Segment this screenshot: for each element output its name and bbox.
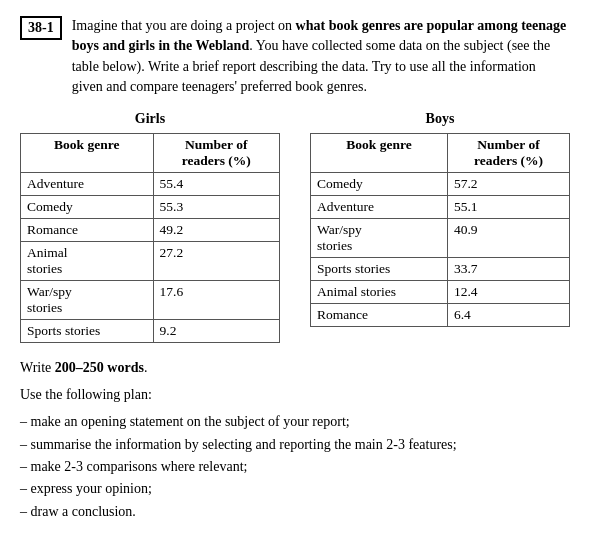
girls-genre-4: Animalstories xyxy=(21,242,154,281)
girls-table-group: Girls Book genre Number ofreaders (%) Ad… xyxy=(20,111,280,343)
girls-genre-5: War/spystories xyxy=(21,281,154,320)
girls-table-header-row: Book genre Number ofreaders (%) xyxy=(21,134,280,173)
girls-pct-2: 55.3 xyxy=(153,196,279,219)
plan-intro: Use the following plan: xyxy=(20,384,570,405)
plan-item-2: – summarise the information by selecting… xyxy=(20,434,570,456)
boys-table-group: Boys Book genre Number ofreaders (%) Com… xyxy=(310,111,570,343)
boys-pct-5: 12.4 xyxy=(447,281,569,304)
table-row: Comedy 57.2 xyxy=(311,173,570,196)
boys-genre-1: Comedy xyxy=(311,173,448,196)
boys-pct-2: 55.1 xyxy=(447,196,569,219)
boys-col1-header: Book genre xyxy=(311,134,448,173)
table-row: Romance 49.2 xyxy=(21,219,280,242)
boys-pct-6: 6.4 xyxy=(447,304,569,327)
girls-genre-6: Sports stories xyxy=(21,320,154,343)
plan-list: – make an opening statement on the subje… xyxy=(20,411,570,523)
table-row: War/spystories 17.6 xyxy=(21,281,280,320)
task-intro: Imagine that you are doing a project on xyxy=(72,18,296,33)
boys-heading: Boys xyxy=(310,111,570,127)
girls-col2-header: Number ofreaders (%) xyxy=(153,134,279,173)
table-row: Sports stories 33.7 xyxy=(311,258,570,281)
girls-heading: Girls xyxy=(20,111,280,127)
plan-item-3: – make 2-3 comparisons where relevant; xyxy=(20,456,570,478)
table-row: Adventure 55.4 xyxy=(21,173,280,196)
task-number: 38-1 xyxy=(20,16,62,40)
table-row: Animalstories 27.2 xyxy=(21,242,280,281)
plan-item-5: – draw a conclusion. xyxy=(20,501,570,523)
table-row: Animal stories 12.4 xyxy=(311,281,570,304)
task-header: 38-1 Imagine that you are doing a projec… xyxy=(20,16,570,97)
girls-genre-1: Adventure xyxy=(21,173,154,196)
girls-pct-6: 9.2 xyxy=(153,320,279,343)
boys-genre-4: Sports stories xyxy=(311,258,448,281)
tables-section: Girls Book genre Number ofreaders (%) Ad… xyxy=(20,111,570,343)
plan-item-4: – express your opinion; xyxy=(20,478,570,500)
plan-item-1: – make an opening statement on the subje… xyxy=(20,411,570,433)
girls-pct-4: 27.2 xyxy=(153,242,279,281)
girls-genre-2: Comedy xyxy=(21,196,154,219)
table-row: War/spystories 40.9 xyxy=(311,219,570,258)
boys-table-header-row: Book genre Number ofreaders (%) xyxy=(311,134,570,173)
boys-pct-3: 40.9 xyxy=(447,219,569,258)
table-row: Adventure 55.1 xyxy=(311,196,570,219)
task-description: Imagine that you are doing a project on … xyxy=(72,16,570,97)
table-row: Comedy 55.3 xyxy=(21,196,280,219)
boys-genre-2: Adventure xyxy=(311,196,448,219)
boys-genre-3: War/spystories xyxy=(311,219,448,258)
boys-col2-header: Number ofreaders (%) xyxy=(447,134,569,173)
table-row: Romance 6.4 xyxy=(311,304,570,327)
boys-table: Book genre Number ofreaders (%) Comedy 5… xyxy=(310,133,570,327)
boys-genre-6: Romance xyxy=(311,304,448,327)
girls-genre-3: Romance xyxy=(21,219,154,242)
word-count-bold: 200–250 words xyxy=(55,360,144,375)
writing-instruction: Write 200–250 words. xyxy=(20,357,570,378)
boys-pct-1: 57.2 xyxy=(447,173,569,196)
girls-pct-1: 55.4 xyxy=(153,173,279,196)
girls-col1-header: Book genre xyxy=(21,134,154,173)
girls-pct-3: 49.2 xyxy=(153,219,279,242)
boys-pct-4: 33.7 xyxy=(447,258,569,281)
girls-table: Book genre Number ofreaders (%) Adventur… xyxy=(20,133,280,343)
girls-pct-5: 17.6 xyxy=(153,281,279,320)
boys-genre-5: Animal stories xyxy=(311,281,448,304)
writing-section: Write 200–250 words. Use the following p… xyxy=(20,357,570,523)
table-row: Sports stories 9.2 xyxy=(21,320,280,343)
